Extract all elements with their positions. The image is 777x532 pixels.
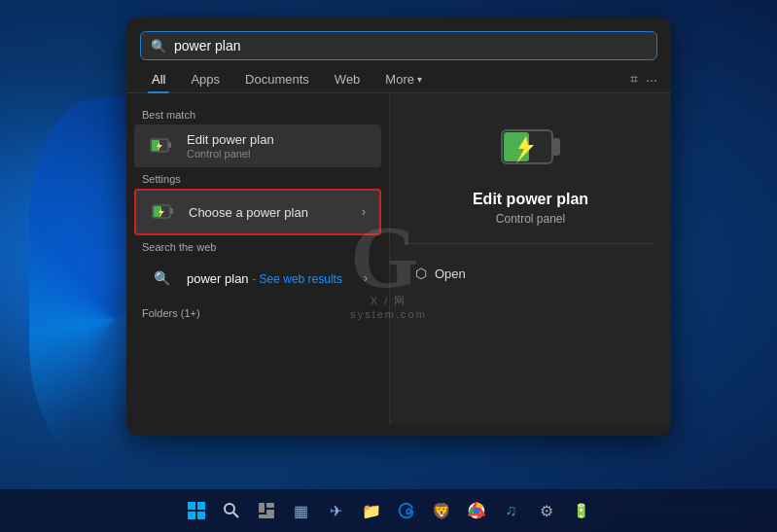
best-match-title: Edit power plan <box>187 132 368 147</box>
svg-rect-20 <box>266 510 274 514</box>
tab-web[interactable]: Web <box>323 66 372 92</box>
detail-divider <box>406 243 655 244</box>
svg-line-17 <box>233 513 238 517</box>
brave-icon[interactable]: 🦁 <box>427 496 456 525</box>
detail-title: Edit power plan <box>473 191 588 208</box>
tab-apps[interactable]: Apps <box>179 66 231 92</box>
taskbar: ▦ ✈ 📁 🦁 ♫ ⚙ 🔋 <box>0 489 777 532</box>
edge-icon[interactable] <box>392 496 421 525</box>
detail-subtitle: Control panel <box>496 212 565 226</box>
more-dots-icon[interactable]: ··· <box>646 72 657 88</box>
tabs-actions: ⌗ ··· <box>630 71 657 88</box>
settings-item[interactable]: Choose a power plan › <box>134 189 381 235</box>
battery-taskbar-icon[interactable]: 🔋 <box>567 496 596 525</box>
open-label: Open <box>435 266 466 281</box>
spotify-icon[interactable]: ♫ <box>497 496 526 525</box>
svg-rect-21 <box>259 514 274 518</box>
tab-documents[interactable]: Documents <box>233 66 321 92</box>
search-content: Best match Edit power plan Control panel <box>126 93 671 424</box>
chevron-down-icon: ▾ <box>417 74 422 85</box>
svg-point-16 <box>225 504 234 514</box>
folder-icon[interactable]: 📁 <box>357 496 386 525</box>
search-web-label: Search the web <box>126 235 389 257</box>
search-box[interactable]: 🔍 <box>140 31 657 60</box>
svg-rect-9 <box>552 138 560 156</box>
svg-rect-1 <box>168 142 171 148</box>
settings-item-arrow: › <box>362 205 366 219</box>
windows-icon[interactable] <box>182 496 211 525</box>
web-search-icon: 🔍 <box>148 265 175 292</box>
web-query-text: power plan - See web results <box>187 271 352 286</box>
see-web-results: - See web results <box>252 272 342 286</box>
open-icon: ⬡ <box>415 266 427 281</box>
best-match-subtitle: Control panel <box>187 148 368 160</box>
detail-icon <box>497 113 565 181</box>
svg-rect-5 <box>170 208 173 214</box>
folders-label: Folders (1+) <box>126 300 389 323</box>
right-panel: Edit power plan Control panel ⬡ Open <box>389 93 671 424</box>
best-match-text: Edit power plan Control panel <box>187 132 368 160</box>
svg-rect-13 <box>197 502 205 510</box>
connect-icon[interactable]: ⌗ <box>630 71 638 88</box>
settings-item-title: Choose a power plan <box>189 205 350 220</box>
svg-rect-19 <box>266 503 274 508</box>
settings-item-text: Choose a power plan <box>189 205 350 220</box>
search-web-item[interactable]: 🔍 power plan - See web results › <box>134 257 381 300</box>
svg-rect-18 <box>259 503 265 513</box>
svg-rect-15 <box>197 512 205 519</box>
svg-rect-12 <box>188 502 195 510</box>
search-input[interactable] <box>174 38 647 53</box>
web-search-text: power plan - See web results <box>187 271 352 286</box>
edit-power-plan-icon <box>148 132 175 160</box>
svg-rect-14 <box>188 512 195 519</box>
web-search-arrow: › <box>364 271 368 285</box>
settings-label: Settings <box>126 167 389 189</box>
best-match-label: Best match <box>126 103 389 124</box>
taskview-icon[interactable] <box>252 496 281 525</box>
widgets-icon[interactable]: ▦ <box>287 496 316 525</box>
left-panel: Best match Edit power plan Control panel <box>126 93 389 424</box>
tab-all[interactable]: All <box>140 66 177 92</box>
best-match-item[interactable]: Edit power plan Control panel <box>134 124 381 167</box>
chrome-icon[interactable] <box>462 496 491 525</box>
open-button[interactable]: ⬡ Open <box>406 260 655 287</box>
tab-more[interactable]: More ▾ <box>373 66 434 92</box>
choose-power-plan-icon <box>150 198 177 226</box>
telegram-icon[interactable]: ✈ <box>322 496 351 525</box>
search-panel: 🔍 All Apps Documents Web More ▾ ⌗ ··· <box>126 18 671 436</box>
search-taskbar-icon[interactable] <box>217 496 246 525</box>
web-query-term: power plan <box>187 271 249 286</box>
settings-taskbar-icon[interactable]: ⚙ <box>532 496 561 525</box>
search-box-icon: 🔍 <box>151 39 166 53</box>
tab-bar: All Apps Documents Web More ▾ ⌗ ··· <box>126 60 671 92</box>
